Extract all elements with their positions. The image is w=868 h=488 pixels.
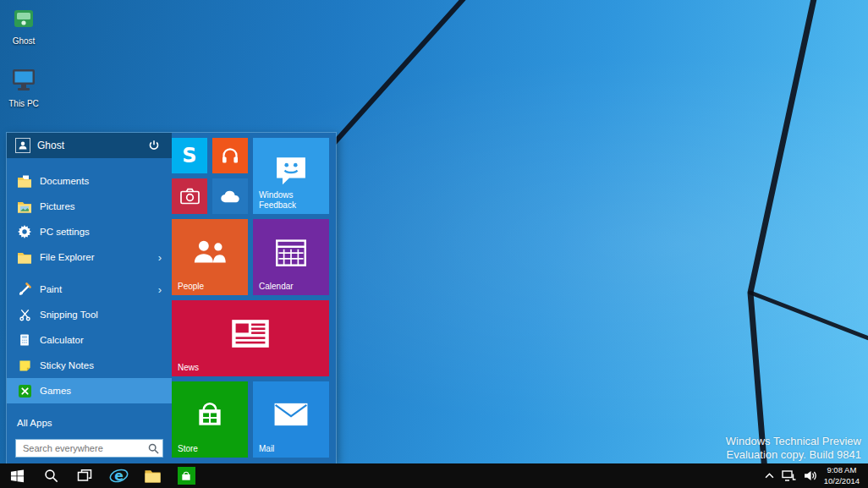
start-menu-item-all-apps[interactable]: All Apps	[7, 412, 172, 434]
start-menu-item-snipping-tool[interactable]: Snipping Tool	[7, 302, 172, 327]
this-pc-icon	[10, 68, 37, 96]
taskbar-clock[interactable]: 9:08 AM 10/2/2014	[824, 465, 860, 486]
scissors-icon	[17, 307, 32, 322]
cloud-icon	[212, 178, 248, 214]
menu-item-label: Documents	[40, 176, 89, 186]
tile-label: News	[178, 363, 199, 373]
menu-item-label: Snipping Tool	[40, 310, 98, 320]
tile-label: Windows Feedback	[259, 190, 318, 211]
spacer	[7, 270, 172, 277]
start-menu-user-header: Ghost	[7, 133, 172, 158]
tile-calendar[interactable]: Calendar	[253, 219, 329, 295]
watermark-line-2: Evaluation copy. Build 9841	[726, 448, 861, 461]
menu-item-label: Paint	[40, 284, 62, 294]
calculator-icon	[17, 332, 32, 348]
menu-item-label: Sticky Notes	[40, 360, 94, 370]
tile-news[interactable]: News	[172, 300, 329, 376]
sticky-note-icon	[17, 358, 32, 373]
spacer	[7, 403, 172, 412]
newspaper-icon	[172, 300, 329, 371]
tile-mail[interactable]: Mail	[253, 381, 329, 458]
start-menu-item-pc-settings[interactable]: PC settings	[7, 219, 172, 244]
tile-label: Mail	[259, 444, 274, 454]
chevron-right-icon	[158, 252, 162, 263]
system-tray: 9:08 AM 10/2/2014	[765, 463, 868, 488]
documents-icon	[17, 173, 32, 189]
start-menu-item-sticky-notes[interactable]: Sticky Notes	[7, 353, 172, 378]
taskbar-search-button[interactable]	[34, 463, 68, 488]
spacer	[7, 158, 172, 168]
volume-icon[interactable]	[804, 463, 816, 488]
menu-item-label: PC settings	[40, 227, 90, 237]
file-explorer-taskbar-button[interactable]	[135, 463, 169, 488]
start-menu-tile-grid: Windows Feedback People Calendar News	[172, 138, 331, 458]
start-menu-item-paint[interactable]: Paint	[7, 277, 172, 302]
start-menu-item-pictures[interactable]: Pictures	[7, 194, 172, 219]
desktop-icon-this-pc[interactable]: This PC	[0, 68, 47, 108]
start-menu-left-column: Ghost Documents Pictures	[7, 133, 172, 463]
svg-text:e: e	[114, 468, 124, 484]
store-taskbar-button[interactable]	[169, 463, 203, 488]
desktop-icon-label: This PC	[8, 99, 39, 108]
tile-camera[interactable]	[172, 178, 207, 214]
tile-label: Store	[178, 444, 198, 454]
network-icon[interactable]	[782, 463, 796, 488]
games-icon	[17, 383, 32, 398]
tile-label: Calendar	[259, 282, 294, 292]
search-icon[interactable]	[148, 442, 159, 458]
tile-windows-feedback[interactable]: Windows Feedback	[253, 138, 329, 214]
envelope-icon	[253, 381, 329, 452]
ghost-app-icon	[12, 7, 36, 34]
camera-icon	[172, 178, 207, 214]
internet-explorer-icon[interactable]: e	[102, 463, 135, 488]
shopping-bag-icon	[172, 381, 248, 452]
pictures-icon	[17, 199, 32, 214]
search-input[interactable]	[15, 439, 163, 458]
start-menu-item-games[interactable]: Games	[7, 378, 172, 403]
tile-skype[interactable]	[172, 138, 207, 173]
clock-time: 9:08 AM	[824, 465, 860, 475]
start-menu-item-documents[interactable]: Documents	[7, 168, 172, 194]
people-icon	[172, 219, 248, 290]
task-view-button[interactable]	[68, 463, 102, 488]
build-watermark: Windows Technical Preview Evaluation cop…	[726, 435, 861, 461]
store-icon	[178, 467, 195, 485]
menu-item-label: File Explorer	[40, 252, 95, 262]
power-button[interactable]	[145, 136, 163, 155]
file-explorer-icon	[17, 249, 32, 265]
tile-music[interactable]	[212, 138, 248, 173]
menu-item-label: Games	[40, 386, 71, 396]
start-menu-item-file-explorer[interactable]: File Explorer	[7, 244, 172, 270]
user-name[interactable]: Ghost	[37, 140, 138, 151]
menu-item-label: Calculator	[40, 335, 84, 345]
desktop: Ghost This PC Windows Technical Preview …	[0, 0, 868, 488]
show-hidden-icons-chevron[interactable]	[765, 463, 774, 488]
desktop-icon-ghost[interactable]: Ghost	[0, 7, 47, 46]
menu-item-label: All Apps	[17, 418, 52, 428]
gear-icon	[17, 224, 32, 239]
calendar-icon	[253, 219, 329, 290]
start-menu-item-calculator[interactable]: Calculator	[7, 327, 172, 353]
user-avatar-icon[interactable]	[15, 138, 30, 153]
tile-onedrive[interactable]	[212, 178, 248, 214]
skype-icon	[182, 144, 196, 167]
tile-store[interactable]: Store	[172, 381, 248, 458]
start-menu-search	[15, 439, 163, 458]
start-button[interactable]	[0, 463, 34, 488]
taskbar: e 9:08 AM 10/2/2014	[0, 463, 868, 488]
paint-icon	[17, 282, 32, 297]
desktop-icon-label: Ghost	[13, 36, 36, 46]
tile-label: People	[178, 282, 204, 292]
menu-item-label: Pictures	[40, 201, 75, 211]
headphones-icon	[212, 138, 248, 173]
chevron-right-icon	[158, 284, 162, 295]
watermark-line-1: Windows Technical Preview	[726, 435, 861, 447]
start-menu: Ghost Documents Pictures	[7, 133, 336, 463]
tile-people[interactable]: People	[172, 219, 248, 295]
clock-date: 10/2/2014	[824, 476, 860, 486]
